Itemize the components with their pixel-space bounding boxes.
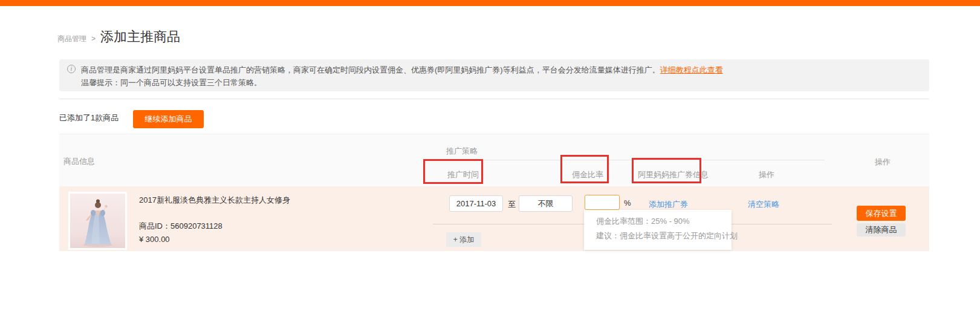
commission-rate-input[interactable] bbox=[585, 195, 620, 210]
tooltip-range-line: 佣金比率范围：25% - 90% bbox=[596, 216, 690, 227]
notice-line2: 温馨提示：同一个商品可以支持设置三个日常策略。 bbox=[81, 76, 723, 89]
col-header-strategy-group: 推广策略 bbox=[446, 146, 478, 157]
add-time-button[interactable]: + 添加 bbox=[446, 232, 481, 247]
col-header-action-right: 操作 bbox=[875, 157, 891, 168]
page: 商品管理 > 添加主推商品 i 商品管理是商家通过阿里妈妈平台设置单品推广的营销… bbox=[0, 0, 980, 317]
breadcrumb-parent-link[interactable]: 商品管理 bbox=[57, 34, 86, 44]
continue-add-button[interactable]: 继续添加商品 bbox=[133, 110, 204, 128]
breadcrumb: 商品管理 > 添加主推商品 bbox=[57, 28, 180, 46]
top-accent-bar bbox=[0, 0, 980, 6]
breadcrumb-separator: > bbox=[91, 34, 96, 43]
commission-rate-tooltip: 佣金比率范围：25% - 90% 建议：佣金比率设置高于公开的定向计划 bbox=[584, 210, 732, 250]
col-header-action-mid: 操作 bbox=[759, 169, 774, 180]
promo-end-date-input[interactable] bbox=[519, 195, 573, 212]
product-price: ¥ 300.00 bbox=[139, 235, 170, 244]
notice-text: 商品管理是商家通过阿里妈妈平台设置单品推广的营销策略，商家可在确定时间段内设置佣… bbox=[81, 64, 723, 89]
strategy-group-divider bbox=[433, 160, 825, 160]
dress-photo-graphic bbox=[68, 192, 127, 250]
col-header-product-info: 商品信息 bbox=[63, 156, 95, 167]
promo-start-date-input[interactable] bbox=[449, 195, 503, 212]
clear-strategy-link[interactable]: 清空策略 bbox=[748, 199, 779, 210]
highlight-box-coupon-info bbox=[632, 158, 701, 183]
notice-line1: 商品管理是商家通过阿里妈妈平台设置单品推广的营销策略，商家可在确定时间段内设置佣… bbox=[81, 64, 723, 76]
product-image bbox=[68, 192, 127, 250]
tutorial-link[interactable]: 详细教程点此查看 bbox=[660, 65, 723, 74]
added-count-text: 已添加了1款商品 bbox=[59, 113, 118, 123]
notice-box: i 商品管理是商家通过阿里妈妈平台设置单品推广的营销策略，商家可在确定时间段内设… bbox=[59, 59, 929, 91]
product-id: 商品ID：560920731128 bbox=[139, 221, 222, 232]
section-divider bbox=[59, 99, 929, 99]
add-coupon-link[interactable]: 添加推广券 bbox=[649, 199, 688, 210]
save-settings-button[interactable]: 保存设置 bbox=[857, 206, 906, 221]
tooltip-advice-line: 建议：佣金比率设置高于公开的定向计划 bbox=[596, 230, 738, 241]
percent-sign: % bbox=[624, 198, 631, 208]
highlight-box-promo-time bbox=[423, 159, 483, 184]
remove-product-button[interactable]: 清除商品 bbox=[857, 223, 906, 237]
highlight-box-commission-rate bbox=[560, 155, 609, 183]
info-icon: i bbox=[67, 65, 76, 73]
product-title: 2017新礼服淡色典雅主义长款主持人女修身 bbox=[139, 195, 290, 206]
product-table-row: 2017新礼服淡色典雅主义长款主持人女修身 商品ID：560920731128 … bbox=[59, 186, 929, 251]
page-title: 添加主推商品 bbox=[100, 28, 180, 46]
date-range-to-label: 至 bbox=[508, 199, 516, 210]
